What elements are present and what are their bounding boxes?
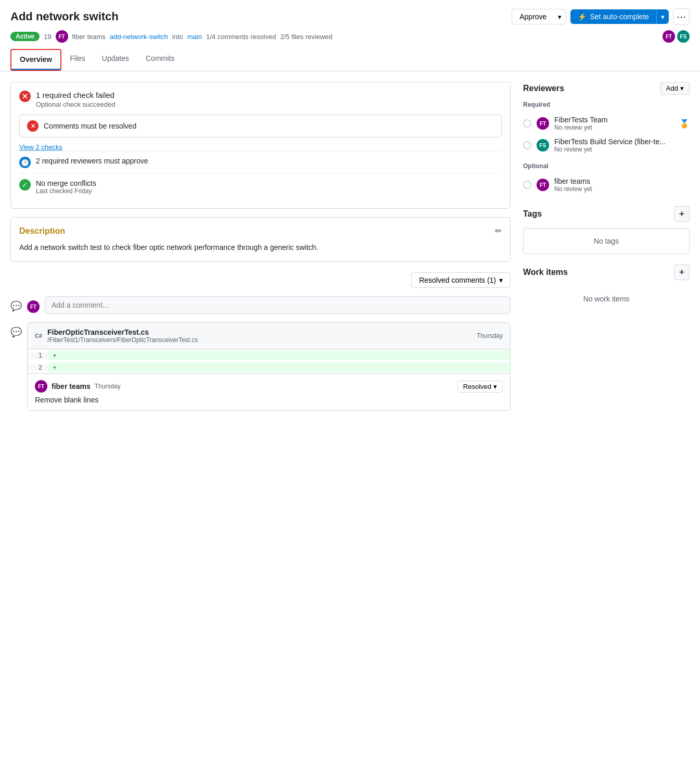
description-header: Description ✏ [19, 226, 502, 236]
file-info: FiberOpticTransceiverTest.cs /FiberTest1… [47, 328, 198, 344]
file-name: FiberOpticTransceiverTest.cs [47, 328, 198, 336]
nested-check-title: Comments must be resolved [44, 122, 136, 130]
approve-button-group: Approve ▾ [512, 9, 566, 24]
add-work-item-button[interactable]: + [674, 264, 690, 280]
work-items-section-header: Work items + [523, 264, 690, 280]
reviewer-date: Thursday [95, 383, 121, 390]
edit-description-button[interactable]: ✏ [495, 226, 502, 236]
reviewer-item-fiberteams: FT fiber teams No review yet [523, 174, 690, 196]
reviewer-radio-3 [523, 181, 531, 189]
line-add-2: + [48, 362, 510, 372]
resolved-badge-button[interactable]: Resolved ▾ [457, 381, 503, 393]
branch-to-link[interactable]: main [187, 33, 202, 41]
code-line-1: 1 + [28, 349, 510, 361]
add-reviewer-button[interactable]: Add ▾ [660, 82, 690, 95]
description-text: Add a network switch test to check fiber… [19, 242, 502, 253]
reviewer-radio-2 [523, 141, 531, 149]
reviewers-title: Reviewers [523, 84, 564, 93]
reviewer-name-fibertests: FiberTests Team [554, 116, 674, 124]
auto-complete-button[interactable]: ⚡ Set auto-complete ▾ [570, 9, 669, 24]
avatar-fs-right: FS [677, 30, 690, 43]
code-line-2: 2 + [28, 361, 510, 373]
reviewer-name: fiber teams [52, 382, 91, 390]
tab-bar: Overview Files Updates Commits [0, 49, 700, 71]
tab-overview[interactable]: Overview [11, 50, 60, 70]
avatar-author: FT [56, 30, 68, 43]
work-items-title: Work items [523, 268, 568, 277]
add-comment-row: 💬 FT [10, 296, 511, 314]
tags-title: Tags [523, 209, 542, 219]
approve-dropdown-button[interactable]: ▾ [554, 10, 566, 24]
file-comment-header: C# FiberOpticTransceiverTest.cs /FiberTe… [28, 323, 510, 349]
comment-input[interactable] [45, 296, 511, 314]
reviewers-check-text: 2 required reviewers must approve [36, 157, 148, 165]
work-items-empty: No work items [523, 286, 690, 311]
check-main-info: 1 required check failed Optional check s… [36, 91, 115, 108]
tab-updates[interactable]: Updates [94, 49, 137, 71]
auto-complete-main: ⚡ Set auto-complete [570, 9, 656, 24]
avatar-ft-right: FT [663, 30, 675, 43]
review-comment: FT fiber teams Thursday Resolved ▾ Remov… [28, 373, 510, 410]
file-comment-icon-col: 💬 [10, 322, 22, 338]
reviewer-avatar-ft-opt: FT [537, 179, 549, 191]
file-comment-outer-row: 💬 C# FiberOpticTransceiverTest.cs /Fiber… [10, 322, 511, 419]
file-lang: C# [35, 333, 42, 339]
tab-overview-wrapper: Overview [10, 49, 61, 71]
tags-empty: No tags [523, 228, 690, 254]
reviewer-item-fibertests-team: FT FiberTests Team No review yet 🏅 [523, 112, 690, 134]
tab-commits[interactable]: Commits [137, 49, 183, 71]
chevron-down-icon: ▾ [499, 276, 503, 284]
reviewer-radio-1 [523, 119, 531, 128]
check-main-title: 1 required check failed [36, 91, 115, 99]
files-reviewed: 2/5 files reviewed [280, 33, 332, 41]
tab-files[interactable]: Files [61, 49, 94, 71]
resolved-comments-bar: Resolved comments (1) ▾ [10, 272, 511, 288]
description-title: Description [19, 226, 65, 236]
view-checks-link[interactable]: View 2 checks [19, 143, 502, 151]
review-comment-header: FT fiber teams Thursday Resolved ▾ [35, 380, 503, 393]
branch-from-link[interactable]: add-network-switch [110, 33, 168, 41]
chevron-down-icon-add: ▾ [680, 84, 684, 92]
merge-check-title: No merge conflicts [36, 179, 96, 187]
right-panel: Reviewers Add ▾ Required FT FiberTests T… [523, 82, 690, 427]
pr-number: 19 [44, 33, 51, 41]
page-title: Add network switch [10, 10, 119, 23]
chevron-down-icon-resolved: ▾ [493, 383, 497, 390]
reviewer-avatar-fs: FS [537, 139, 549, 152]
nested-check-comments: ✕ Comments must be resolved [19, 115, 502, 137]
status-badge: Active [10, 32, 40, 41]
author-name: fiber teams [72, 33, 106, 41]
check-main-subtitle: Optional check succeeded [36, 100, 115, 108]
check-main-header: ✕ 1 required check failed Optional check… [19, 91, 502, 108]
line-num-2: 2 [28, 364, 48, 371]
line-num-1: 1 [28, 352, 48, 359]
file-path: /FiberTest1/Transceivers/FiberOpticTrans… [47, 336, 198, 344]
pr-meta: Active 19 FT fiber teams add-network-swi… [10, 30, 690, 49]
code-lines: 1 + 2 + [28, 349, 510, 373]
reviewer-name-build: FiberTests Build Service (fiber-te... [554, 137, 690, 146]
file-comment-bubble-icon: 💬 [10, 326, 22, 338]
tags-section-header: Tags + [523, 206, 690, 222]
reviewer-avatar: FT [35, 380, 47, 393]
add-tag-button[interactable]: + [674, 206, 690, 222]
reviewer-avatars: FT FS [663, 30, 690, 43]
merge-check-subtitle: Last checked Friday [36, 187, 96, 195]
more-options-button[interactable]: ⋯ [673, 8, 690, 25]
approve-main-button[interactable]: Approve [512, 9, 554, 24]
comment-bubble-icon: 💬 [10, 300, 22, 312]
merge-check-info: No merge conflicts Last checked Friday [36, 179, 96, 195]
main-content: ✕ 1 required check failed Optional check… [0, 71, 700, 438]
reviewer-status-2: No review yet [554, 146, 690, 153]
reviewers-check-info: 2 required reviewers must approve [36, 157, 148, 165]
auto-complete-dropdown[interactable]: ▾ [656, 10, 669, 24]
optional-label: Optional [523, 162, 690, 170]
work-items-section: Work items + No work items [523, 264, 690, 311]
reviewer-name-fiberteams: fiber teams [554, 177, 690, 185]
reviewer-avatar-ft: FT [537, 117, 549, 130]
description-card: Description ✏ Add a network switch test … [10, 217, 511, 262]
header-actions: Approve ▾ ⚡ Set auto-complete ▾ ⋯ [512, 8, 690, 25]
reviewer-info-1: FiberTests Team No review yet [554, 116, 674, 131]
reviewers-check-row: 🕐 2 required reviewers must approve [19, 151, 502, 173]
resolved-comments-button[interactable]: Resolved comments (1) ▾ [411, 272, 511, 288]
reviewers-section-header: Reviewers Add ▾ [523, 82, 690, 95]
